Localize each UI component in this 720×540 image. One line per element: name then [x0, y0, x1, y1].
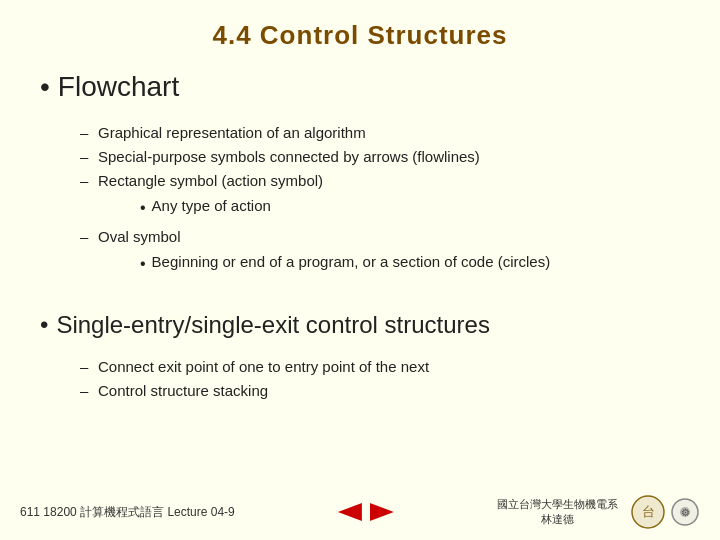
bullet1-label: Flowchart [58, 71, 179, 103]
next-button[interactable] [368, 501, 396, 523]
sub-item-2-text: Special-purpose symbols connected by arr… [98, 145, 480, 169]
dash-2: – [80, 145, 92, 169]
sub-item-3-text: Rectangle symbol (action symbol) [98, 169, 323, 193]
gear-icon: ⚙ [670, 497, 700, 527]
dash-connect: – [80, 355, 92, 379]
sub-sub-rectangle-text: Any type of action [152, 193, 271, 219]
sub-item-3: – Rectangle symbol (action symbol) [80, 169, 680, 193]
footer-left-text: 611 18200 計算機程式語言 Lecture 04-9 [20, 504, 235, 521]
bullet2-dot: • [40, 311, 48, 339]
footer-nav [336, 501, 396, 523]
sub-list-control: – Connect exit point of one to entry poi… [80, 355, 680, 403]
sub-sub-rectangle: • Any type of action [140, 193, 680, 221]
university-line2: 林達德 [541, 512, 574, 527]
dash-stacking: – [80, 379, 92, 403]
sub-list-flowchart: – Graphical representation of an algorit… [80, 121, 680, 281]
sub-item-2: – Special-purpose symbols connected by a… [80, 145, 680, 169]
next-icon [370, 503, 394, 521]
sub-item-stacking: – Control structure stacking [80, 379, 680, 403]
dash-1: – [80, 121, 92, 145]
svg-text:⚙: ⚙ [681, 507, 690, 518]
sub-sub-oval-item: • Beginning or end of a program, or a se… [140, 249, 680, 277]
footer-university: 國立台灣大學生物機電系 林達德 [497, 497, 618, 528]
sub-item-connect: – Connect exit point of one to entry poi… [80, 355, 680, 379]
footer-right-container: 國立台灣大學生物機電系 林達德 台 ⚙ [497, 494, 700, 530]
sub-sub-dot-1: • [140, 194, 146, 221]
bullet1-dot: • [40, 71, 50, 103]
university-crest-icon: 台 [630, 494, 666, 530]
sub-sub-oval: • Beginning or end of a program, or a se… [140, 249, 680, 277]
sub-item-1: – Graphical representation of an algorit… [80, 121, 680, 145]
sub-sub-oval-text: Beginning or end of a program, or a sect… [152, 249, 551, 275]
sub-item-oval-text: Oval symbol [98, 225, 181, 249]
footer: 611 18200 計算機程式語言 Lecture 04-9 國立台灣大學生物機… [0, 494, 720, 530]
dash-oval: – [80, 225, 92, 249]
university-line1: 國立台灣大學生物機電系 [497, 497, 618, 512]
sub-sub-rectangle-item: • Any type of action [140, 193, 680, 221]
sub-item-1-text: Graphical representation of an algorithm [98, 121, 366, 145]
prev-icon [338, 503, 362, 521]
slide-container: 4.4 Control Structures • Flowchart – Gra… [0, 0, 720, 540]
dash-3: – [80, 169, 92, 193]
sub-item-oval: – Oval symbol [80, 225, 680, 249]
svg-text:台: 台 [642, 504, 655, 519]
sub-sub-dot-2: • [140, 250, 146, 277]
sub-item-connect-text: Connect exit point of one to entry point… [98, 355, 429, 379]
prev-button[interactable] [336, 501, 364, 523]
slide-title: 4.4 Control Structures [40, 20, 680, 51]
bullet2-label: Single-entry/single-exit control structu… [56, 311, 490, 339]
sub-item-stacking-text: Control structure stacking [98, 379, 268, 403]
